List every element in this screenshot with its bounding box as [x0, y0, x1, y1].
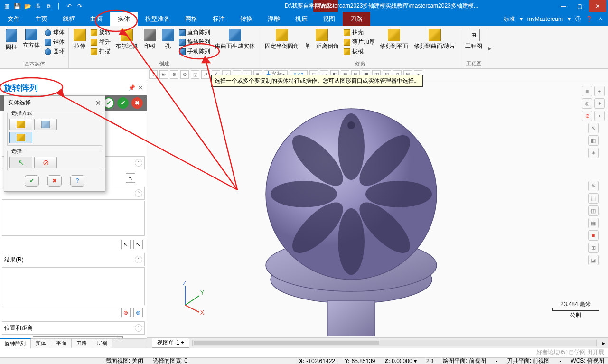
- extrude-button[interactable]: 拉伸: [72, 28, 88, 59]
- tool-a-icon[interactable]: ↖: [121, 240, 131, 249]
- tool-b-icon[interactable]: ↖: [133, 240, 143, 249]
- tab-plane[interactable]: 平面: [51, 339, 72, 348]
- cube-button[interactable]: 立方体: [21, 28, 42, 59]
- rect-array-button[interactable]: 直角陈列: [178, 28, 211, 37]
- sel-icon[interactable]: ◱: [191, 70, 199, 79]
- viewport[interactable]: Z Y X 23.484 毫米 公制 ≡+ ◎✦ ⊘• ∿ ◧ ✶ ✎ ⬚ ◫ …: [147, 80, 608, 348]
- cone-button[interactable]: 锥体: [44, 37, 65, 47]
- menu-solid[interactable]: 实体: [110, 12, 138, 26]
- giz-layers-icon[interactable]: ≡: [582, 86, 592, 96]
- new-icon[interactable]: ▥: [3, 2, 10, 10]
- status-mode[interactable]: 2D: [426, 358, 433, 364]
- open-icon[interactable]: 📂: [24, 2, 31, 10]
- redo-icon[interactable]: ↷: [76, 2, 84, 10]
- menu-toolpath[interactable]: 刀路: [343, 12, 370, 26]
- status-wcs[interactable]: WCS: 俯视图: [571, 357, 604, 364]
- giz-tool-icon[interactable]: ✎: [588, 181, 599, 191]
- maximize-button[interactable]: ▢: [573, 0, 586, 12]
- pin-icon[interactable]: 📌: [128, 84, 135, 91]
- sweep-button[interactable]: 扫描: [90, 47, 112, 56]
- menu-view[interactable]: 视图: [315, 12, 343, 26]
- giz-tool-icon[interactable]: ◪: [588, 255, 599, 265]
- mymastercam-label[interactable]: myMastercam: [527, 16, 563, 22]
- sel-reset-icon[interactable]: ↺: [149, 70, 158, 79]
- ok-button[interactable]: ✔: [117, 97, 129, 109]
- sel-icon[interactable]: ⊕: [170, 70, 178, 79]
- rotate-button[interactable]: 旋转: [90, 28, 112, 37]
- menu-file[interactable]: 文件: [0, 12, 28, 26]
- menu-annotate[interactable]: 标注: [205, 12, 233, 26]
- mode-option-2[interactable]: [34, 119, 57, 130]
- mode-option-1[interactable]: [9, 119, 32, 130]
- close-panel-icon[interactable]: ✕: [138, 84, 143, 91]
- minimize-button[interactable]: —: [557, 0, 570, 12]
- menu-surface[interactable]: 曲面: [83, 12, 110, 26]
- results-tool-1-icon[interactable]: ⊛: [121, 308, 131, 317]
- giz-bolt-icon[interactable]: ✦: [594, 98, 605, 109]
- shell-button[interactable]: 抽壳: [343, 28, 376, 37]
- giz-tool-icon[interactable]: ⊞: [588, 243, 599, 253]
- giz-cube-icon[interactable]: ◧: [588, 135, 599, 146]
- boolean-button[interactable]: 布尔运算: [113, 28, 140, 59]
- sel-icon[interactable]: ↗: [201, 70, 210, 79]
- help-icon[interactable]: ⓘ: [575, 15, 581, 23]
- horizontal-scrollbar[interactable]: [192, 340, 597, 346]
- stamp-button[interactable]: 印模: [142, 28, 158, 59]
- sel-icon[interactable]: ※: [159, 70, 168, 79]
- thicken-button[interactable]: 薄片加厚: [343, 37, 376, 47]
- caret-up-icon[interactable]: ⌃: [135, 256, 142, 263]
- screenshot-icon[interactable]: ⧉: [45, 2, 52, 10]
- menu-modelprep[interactable]: 模型准备: [138, 12, 178, 26]
- collapse-ribbon-icon[interactable]: ㅅ: [598, 15, 603, 23]
- manual-array-button[interactable]: 手动陈列: [178, 47, 211, 56]
- menu-home[interactable]: 主页: [28, 12, 55, 26]
- giz-target-icon[interactable]: ◎: [582, 98, 592, 109]
- pos-dist-header[interactable]: 位置和距离 ⌃: [2, 321, 145, 335]
- drawing-button[interactable]: ⊞工程图: [463, 28, 484, 59]
- status-section[interactable]: 截面视图: 关闭: [106, 357, 143, 364]
- status-tool-plane[interactable]: 刀具平面: 前视图: [507, 357, 550, 364]
- view-tab[interactable]: 视图单-1 +: [152, 338, 189, 348]
- menu-relief[interactable]: 浮雕: [260, 12, 288, 26]
- pick-tool-icon[interactable]: ↖: [126, 173, 135, 183]
- settings-icon[interactable]: ❓: [586, 16, 593, 22]
- select-pick-button[interactable]: ↖: [9, 157, 32, 168]
- trim-surface-button[interactable]: 修剪到曲面/薄片: [412, 28, 457, 59]
- tab-rotate-array[interactable]: 旋转阵列: [0, 338, 31, 348]
- popup-close-icon[interactable]: ✕: [95, 99, 101, 107]
- caret-icon[interactable]: ▾: [520, 16, 523, 22]
- giz-tool-icon[interactable]: ■: [588, 230, 599, 241]
- undo-icon[interactable]: ↶: [65, 2, 73, 10]
- print-icon[interactable]: 🖶: [34, 2, 42, 10]
- results-header[interactable]: 结果(R) ⌃: [2, 253, 145, 266]
- caret-up-icon[interactable]: ⌃: [135, 159, 142, 167]
- cylinder-button[interactable]: 圆柱: [4, 28, 19, 59]
- standard-label[interactable]: 标准: [504, 15, 515, 23]
- popup-help-button[interactable]: ?: [70, 175, 84, 187]
- lift-button[interactable]: 举升: [90, 37, 112, 47]
- status-plane[interactable]: 绘图平面: 前视图: [443, 357, 486, 364]
- menu-machine[interactable]: 机床: [288, 12, 315, 26]
- giz-tool-icon[interactable]: ◫: [588, 205, 599, 216]
- scroll-right-icon[interactable]: ▸: [599, 340, 608, 346]
- ring-button[interactable]: 圆环: [44, 47, 65, 56]
- popup-cancel-button[interactable]: ✖: [47, 175, 62, 187]
- giz-forbid-icon[interactable]: ⊘: [582, 111, 592, 121]
- tab-add-icon[interactable]: +: [181, 339, 184, 346]
- surface-to-solid-button[interactable]: 由曲面生成实体: [213, 28, 257, 59]
- giz-tool-icon[interactable]: ▦: [588, 218, 599, 228]
- mode-option-3[interactable]: [9, 132, 32, 143]
- caret-up-icon[interactable]: ⌃: [135, 324, 142, 332]
- save-icon[interactable]: 💾: [13, 2, 21, 10]
- cancel-button[interactable]: ✖: [131, 97, 143, 109]
- menu-transform[interactable]: 转换: [233, 12, 260, 26]
- chamfer-button[interactable]: 单一距离倒角: [303, 28, 341, 59]
- results-tool-2-icon[interactable]: ⊛: [133, 308, 143, 317]
- caret-icon[interactable]: ▾: [568, 16, 571, 22]
- sel-icon[interactable]: ⊙: [180, 70, 189, 79]
- giz-dot-icon[interactable]: •: [594, 111, 605, 121]
- giz-tool-icon[interactable]: ⬚: [588, 193, 599, 204]
- tab-layer[interactable]: 层别: [92, 339, 112, 348]
- menu-mesh[interactable]: 网格: [178, 12, 205, 26]
- ribbon-scroll-right[interactable]: ▸: [487, 28, 492, 68]
